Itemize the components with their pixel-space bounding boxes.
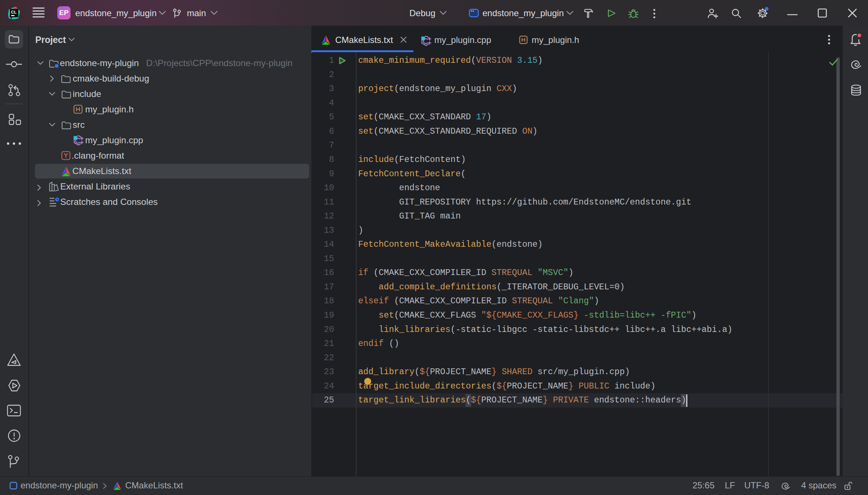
- svg-text:CL: CL: [11, 10, 17, 14]
